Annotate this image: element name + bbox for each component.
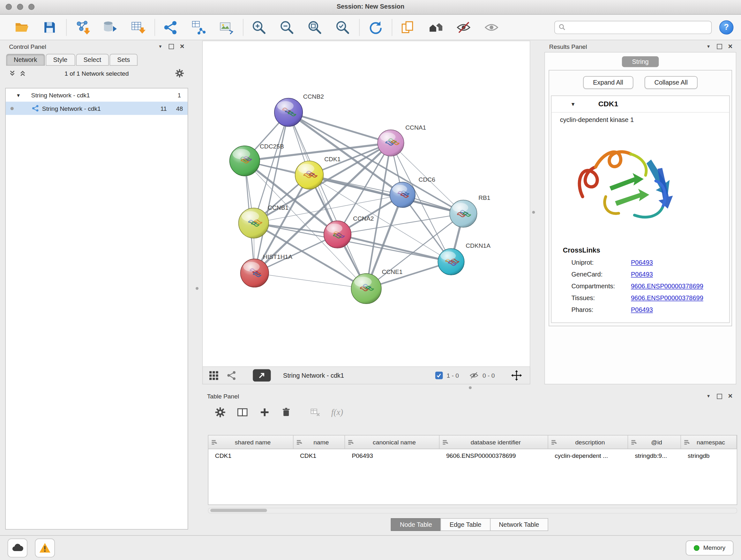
- table-options-gear-icon[interactable]: [214, 407, 226, 418]
- tab-edge-table[interactable]: Edge Table: [441, 518, 490, 531]
- network-node-ccna1[interactable]: [378, 130, 404, 156]
- add-column-icon[interactable]: [259, 407, 271, 418]
- network-node-cdk1[interactable]: [295, 161, 324, 189]
- network-node-ccnb2[interactable]: [274, 98, 303, 127]
- network-row[interactable]: String Network - cdk1 11 48: [6, 102, 188, 115]
- open-session-button[interactable]: [13, 18, 30, 36]
- scrollbar-thumb[interactable]: [210, 509, 267, 512]
- network-node-hist1h1a[interactable]: [240, 259, 269, 287]
- cloud-status-button[interactable]: [8, 538, 27, 557]
- crosslink-row: Uniprot: P06493: [551, 257, 729, 268]
- crosslink-link[interactable]: P06493: [631, 259, 653, 266]
- panel-close-icon[interactable]: ×: [728, 44, 733, 49]
- zoom-fit-button[interactable]: [307, 18, 323, 36]
- disclosure-triangle-icon[interactable]: ▼: [16, 92, 21, 98]
- crosslink-link[interactable]: 9606.ENSP00000378699: [631, 283, 703, 290]
- panel-menu-icon[interactable]: ▼: [158, 44, 162, 49]
- crosslink-label: Pharos:: [571, 307, 631, 314]
- selected-nodes-checkbox-icon[interactable]: [435, 372, 443, 379]
- zoom-in-button[interactable]: [251, 18, 267, 36]
- table-row[interactable]: CDK1 CDK1 P06493 9606.ENSP00000378699 cy…: [208, 449, 737, 462]
- export-image-button[interactable]: [218, 18, 235, 36]
- network-node-cdkn1a[interactable]: [438, 249, 464, 275]
- crosslink-link[interactable]: 9606.ENSP00000378699: [631, 295, 703, 302]
- network-from-table-button[interactable]: [190, 18, 207, 36]
- network-graph[interactable]: CCNB2CCNA1CDC25BCDK1CDC6RB1CCNB1CCNA2CDK…: [203, 41, 530, 367]
- control-panel-title: Control Panel: [9, 43, 46, 50]
- tab-string[interactable]: String: [622, 56, 659, 67]
- control-panel: Control Panel ▼ × Network Style Select S…: [4, 41, 189, 530]
- warnings-button[interactable]: [35, 538, 55, 557]
- disclosure-triangle-icon[interactable]: ▼: [570, 101, 576, 107]
- network-canvas[interactable]: CCNB2CCNA1CDC25BCDK1CDC6RB1CCNB1CCNA2CDK…: [202, 41, 530, 367]
- zoom-selected-button[interactable]: [334, 18, 351, 36]
- apply-layout-button[interactable]: [367, 18, 384, 36]
- save-session-button[interactable]: [41, 18, 58, 36]
- crosslink-link[interactable]: P06493: [631, 271, 653, 278]
- vertical-splitter-handle[interactable]: [196, 287, 199, 290]
- column-header[interactable]: name: [293, 435, 345, 449]
- new-network-button[interactable]: [162, 18, 179, 36]
- annotation-button[interactable]: [399, 18, 416, 36]
- crosslink-label: Uniprot:: [571, 259, 631, 266]
- tab-network[interactable]: Network: [6, 54, 45, 66]
- help-button[interactable]: ?: [719, 20, 733, 34]
- home-button[interactable]: [427, 18, 444, 36]
- memory-button[interactable]: Memory: [686, 540, 734, 555]
- network-node-cdc25b[interactable]: [229, 146, 260, 176]
- network-node-ccna2[interactable]: [324, 221, 351, 248]
- collapse-all-button[interactable]: Collapse All: [644, 76, 697, 89]
- show-columns-icon[interactable]: [236, 407, 249, 418]
- share-view-icon[interactable]: [226, 370, 237, 381]
- tab-node-table[interactable]: Node Table: [391, 518, 441, 531]
- pan-crosshair-icon[interactable]: [511, 370, 522, 381]
- panel-menu-icon[interactable]: ▼: [706, 394, 711, 399]
- birds-eye-view-button[interactable]: [253, 369, 271, 382]
- tab-style[interactable]: Style: [46, 54, 75, 66]
- cell-namespace: stringdb: [681, 452, 737, 459]
- import-table-file-button[interactable]: [130, 18, 146, 36]
- search-input[interactable]: [566, 23, 708, 31]
- external-arrow-icon: [258, 372, 266, 379]
- panel-close-icon[interactable]: ×: [728, 394, 733, 399]
- panel-float-icon[interactable]: [717, 44, 722, 49]
- network-node-cdc6[interactable]: [390, 182, 415, 207]
- network-node-ccnb1[interactable]: [239, 208, 269, 239]
- column-header[interactable]: namespac: [681, 435, 737, 449]
- column-header[interactable]: canonical name: [345, 435, 440, 449]
- panel-menu-icon[interactable]: ▼: [706, 44, 711, 49]
- horizontal-scrollbar[interactable]: [208, 508, 738, 513]
- collection-count: 1: [178, 91, 187, 99]
- column-header[interactable]: database identifier: [440, 435, 548, 449]
- show-panels-button[interactable]: [483, 18, 500, 36]
- network-node-rb1[interactable]: [450, 200, 477, 227]
- column-header[interactable]: description: [548, 435, 628, 449]
- grid-view-icon[interactable]: [208, 370, 219, 381]
- column-header[interactable]: @id: [628, 435, 681, 449]
- toolbar-separator: [359, 18, 359, 36]
- tab-network-table[interactable]: Network Table: [490, 518, 548, 531]
- hide-panels-button[interactable]: [455, 18, 472, 36]
- import-network-file-button[interactable]: [74, 18, 91, 36]
- home-icon: [428, 19, 443, 35]
- network-options-gear-icon[interactable]: [175, 69, 185, 78]
- horizontal-splitter-handle[interactable]: [469, 386, 472, 389]
- documents-icon: [400, 19, 415, 35]
- import-network-database-button[interactable]: [102, 18, 118, 36]
- panel-float-icon[interactable]: [169, 44, 174, 49]
- delete-column-trash-icon[interactable]: [281, 407, 292, 418]
- vertical-splitter-handle[interactable]: [532, 211, 535, 213]
- expand-all-button[interactable]: Expand All: [583, 76, 633, 89]
- tab-select[interactable]: Select: [76, 54, 109, 66]
- search-field[interactable]: [554, 20, 712, 34]
- network-node-ccne1[interactable]: [351, 273, 381, 304]
- column-header[interactable]: shared name: [208, 435, 293, 449]
- panel-float-icon[interactable]: [717, 394, 722, 399]
- collapse-tree-icon[interactable]: [19, 70, 26, 77]
- tab-sets[interactable]: Sets: [110, 54, 138, 66]
- zoom-out-button[interactable]: [278, 18, 295, 36]
- panel-close-icon[interactable]: ×: [180, 44, 185, 49]
- network-collection-row[interactable]: ▼ String Network - cdk1 1: [6, 88, 188, 102]
- expand-tree-icon[interactable]: [9, 70, 16, 77]
- crosslink-link[interactable]: P06493: [631, 307, 653, 314]
